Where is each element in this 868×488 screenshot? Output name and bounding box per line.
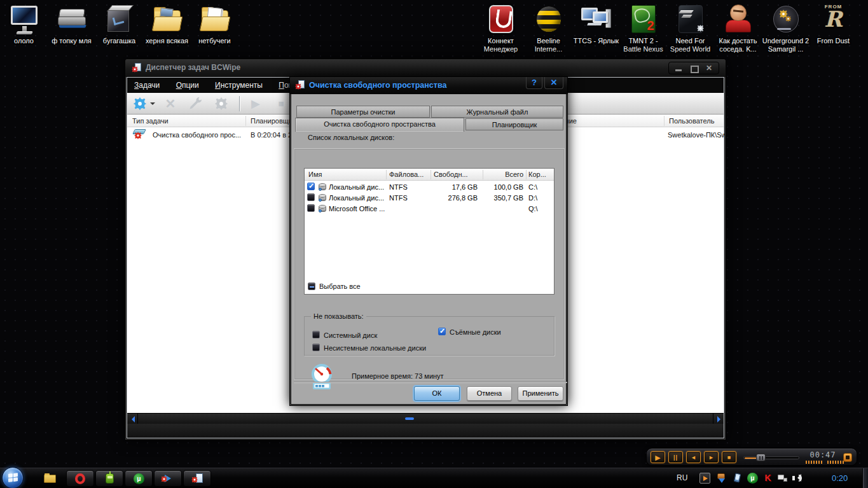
- show-desktop-button[interactable]: [862, 468, 868, 488]
- menu-tools[interactable]: Инструменты: [208, 78, 270, 93]
- column-filesystem[interactable]: Файлова...: [389, 171, 424, 178]
- phone-icon[interactable]: [732, 473, 743, 484]
- desktop-icon-ftopku[interactable]: ф топку мля: [48, 3, 95, 45]
- scroll-right-icon[interactable]: [713, 414, 724, 424]
- stop-icon[interactable]: ■: [722, 451, 736, 463]
- pause-icon[interactable]: ||: [668, 451, 683, 463]
- window-bottom-frame: [127, 424, 724, 438]
- tab-free-space-wipe[interactable]: Очистка свободного пространства: [295, 118, 464, 132]
- wrench-icon[interactable]: [188, 96, 203, 111]
- desktop-icon-bugagashka[interactable]: бугагашка: [95, 3, 143, 45]
- removable-disks-checkbox[interactable]: [438, 328, 446, 335]
- desktop-icon-ttcs[interactable]: TTCS - Ярлык: [572, 3, 620, 45]
- disk-row-q[interactable]: Microsoft Office ... Q:\: [305, 204, 554, 214]
- disk-checkbox[interactable]: [307, 204, 315, 212]
- settings-gears-icon[interactable]: [214, 96, 229, 111]
- help-icon[interactable]: ?: [526, 77, 542, 89]
- dialog-titlebar[interactable]: Очистка свободного пространства ? ✕: [290, 77, 567, 94]
- desktop-icon-beeline[interactable]: Beeline Interne...: [525, 3, 572, 53]
- bcwipe-app-icon: [132, 63, 142, 73]
- dropdown-arrow-icon[interactable]: [150, 102, 155, 108]
- start-button[interactable]: [2, 467, 24, 488]
- desktop-icon-label: Beeline Interne...: [525, 37, 572, 53]
- apply-button[interactable]: Применить: [518, 386, 563, 401]
- bcwipe-run-button[interactable]: [154, 470, 182, 487]
- desktop-icon-neighbour[interactable]: Как достать соседа. K...: [714, 3, 762, 53]
- explorer-folder-icon[interactable]: [42, 471, 59, 485]
- column-free[interactable]: Свободн...: [434, 171, 468, 178]
- maximize-icon[interactable]: [687, 64, 701, 73]
- column-separator[interactable]: [664, 116, 665, 126]
- column-separator[interactable]: [483, 170, 483, 179]
- language-indicator[interactable]: RU: [677, 473, 687, 482]
- desktop-icon-from-dust[interactable]: FROMR From Dust: [809, 3, 857, 45]
- column-root[interactable]: Кор...: [528, 171, 546, 178]
- scroll-left-icon[interactable]: [127, 414, 138, 424]
- scrollbar-thumb[interactable]: [405, 417, 414, 420]
- desktop-icon-nfs-world[interactable]: Need For Speed World: [666, 3, 714, 53]
- utorrent-tray-icon[interactable]: µ: [747, 473, 758, 484]
- disk-name: Локальный дис...: [329, 183, 384, 191]
- opera-button[interactable]: [66, 470, 94, 487]
- slider-handle[interactable]: [756, 454, 766, 461]
- system-disk-checkbox[interactable]: [312, 331, 320, 338]
- column-task-type[interactable]: Тип задачи: [132, 117, 169, 125]
- column-separator[interactable]: [526, 170, 527, 179]
- forward-icon[interactable]: ►: [704, 451, 719, 463]
- stop-icon[interactable]: ■: [273, 96, 289, 111]
- desktop-icon-netbuchegi[interactable]: нетбучеги: [191, 3, 238, 45]
- kaspersky-icon[interactable]: K: [762, 473, 773, 484]
- delete-icon[interactable]: ✕: [163, 96, 178, 111]
- rewind-icon[interactable]: ◄: [686, 451, 701, 463]
- network-icon[interactable]: [777, 473, 788, 484]
- volume-icon[interactable]: [792, 473, 803, 484]
- column-separator[interactable]: [386, 170, 387, 179]
- column-total[interactable]: Всего: [485, 171, 523, 178]
- seek-slider[interactable]: [743, 456, 799, 459]
- menu-tasks[interactable]: Задачи: [127, 78, 167, 93]
- cancel-button[interactable]: Отмена: [467, 386, 512, 401]
- equalizer-button-icon[interactable]: [843, 453, 852, 462]
- bcwipe-doc-button[interactable]: [183, 470, 211, 487]
- minimize-icon[interactable]: [672, 64, 685, 73]
- column-separator[interactable]: [431, 170, 431, 179]
- disk-row-c[interactable]: Локальный дис... NTFS 17,6 GB 100,0 GB C…: [305, 182, 554, 193]
- desktop-icon-underground2[interactable]: Underground 2 Samargil ...: [762, 3, 809, 53]
- disk-checkbox[interactable]: [307, 193, 315, 201]
- computers-icon: [580, 3, 613, 36]
- tab-scheduler[interactable]: Планировщик: [465, 118, 563, 130]
- play-icon[interactable]: ▶: [651, 451, 665, 463]
- run-icon[interactable]: ▶: [248, 96, 263, 111]
- select-all-checkbox[interactable]: [308, 282, 315, 290]
- horizontal-scrollbar[interactable]: [127, 413, 724, 424]
- menu-options[interactable]: Опции: [169, 78, 206, 93]
- download-manager-icon[interactable]: [716, 473, 727, 484]
- desktop-icon-label: ололо: [0, 37, 48, 45]
- desktop-icon-hernya[interactable]: херня всякая: [143, 3, 191, 45]
- clock[interactable]: 0:20: [832, 473, 861, 483]
- window-titlebar[interactable]: Диспетчер задач BCWipe: [125, 59, 726, 77]
- desktop-icon-label: бугагашка: [95, 37, 143, 45]
- column-separator[interactable]: [245, 116, 246, 126]
- tab-log-file[interactable]: Журнальный файл: [431, 106, 563, 118]
- beeline-icon: [532, 3, 565, 36]
- disk-checkbox[interactable]: [307, 183, 315, 190]
- tab-wiping-options[interactable]: Параметры очистки: [296, 106, 430, 118]
- ok-button[interactable]: ОК: [414, 386, 460, 401]
- local-disks-list[interactable]: Имя Файлова... Свободн... Всего Кор... Л…: [304, 168, 555, 295]
- robot-player-button[interactable]: [95, 470, 123, 487]
- column-name[interactable]: Имя: [308, 171, 322, 178]
- desktop-icon-ololo[interactable]: ололо: [0, 3, 48, 45]
- disk-root: C:\: [528, 183, 537, 191]
- close-icon[interactable]: [702, 64, 716, 73]
- column-user[interactable]: Пользователь: [669, 117, 714, 125]
- nonsystem-disks-checkbox[interactable]: [312, 344, 320, 351]
- speedometer-icon: [310, 364, 333, 391]
- desktop-icon-connect-manager[interactable]: Коннект Менеджер: [477, 3, 525, 53]
- utorrent-button[interactable]: µ: [125, 470, 153, 487]
- close-icon[interactable]: ✕: [544, 77, 563, 89]
- desktop-icon-tmnt[interactable]: 2 TMNT 2 - Battle Nexus: [619, 3, 667, 53]
- task-gear-dropdown-icon[interactable]: [132, 96, 148, 111]
- disk-row-d[interactable]: Локальный дис... NTFS 276,8 GB 350,7 GB …: [305, 193, 554, 204]
- media-play-icon[interactable]: [699, 473, 710, 484]
